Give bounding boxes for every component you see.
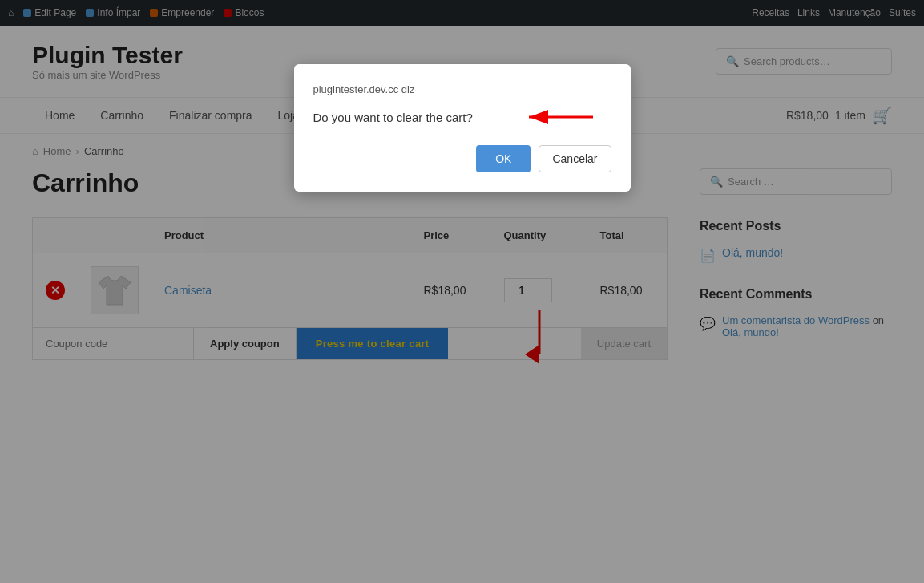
modal-buttons: OK Cancelar [313, 145, 611, 172]
modal-cancel-button[interactable]: Cancelar [539, 145, 611, 172]
modal-overlay[interactable]: plugintester.dev.cc diz Do you want to c… [0, 0, 924, 395]
modal-ok-button[interactable]: OK [476, 145, 531, 172]
red-arrow-annotation [521, 105, 601, 129]
modal-origin: plugintester.dev.cc diz [313, 83, 611, 95]
confirm-modal: plugintester.dev.cc diz Do you want to c… [294, 64, 631, 192]
modal-message: Do you want to clear the cart? [313, 105, 611, 129]
